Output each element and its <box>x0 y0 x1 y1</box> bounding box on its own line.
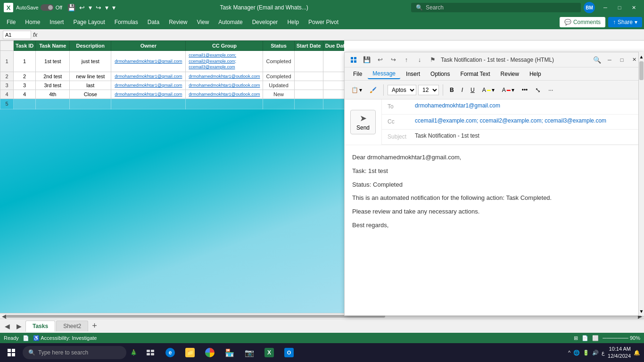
cell-taskname-4[interactable]: 4th <box>36 90 70 99</box>
customize-icon[interactable]: ▾ <box>111 3 117 12</box>
notifications-icon[interactable]: 🔔 <box>634 350 640 356</box>
send-button[interactable]: ➤ Send <box>350 110 376 134</box>
ol-menu-help[interactable]: Help <box>525 69 546 79</box>
cell-taskname-1[interactable]: 1st test <box>36 51 70 72</box>
outlook-redo-icon[interactable]: ↪ <box>388 55 398 65</box>
cell-desc-2[interactable]: new line test <box>70 72 111 81</box>
cell-taskname-3[interactable]: 3rd test <box>36 81 70 90</box>
highlight-button[interactable]: A ▬ ▾ <box>479 85 497 95</box>
system-clock[interactable]: 10:14 AM 12/4/2024 <box>608 346 631 360</box>
menu-developer[interactable]: Developer <box>248 17 283 27</box>
cell-cc-3[interactable]: drmohamedmokhtar1@outlook.com <box>186 81 263 90</box>
menu-view[interactable]: View <box>192 17 214 27</box>
accessibility-status[interactable]: ♿ Accessibility: Investigate <box>33 335 97 341</box>
taskbar-app-excel[interactable]: X <box>260 343 279 362</box>
ol-menu-insert[interactable]: Insert <box>401 69 425 79</box>
page-break-icon[interactable]: ⬜ <box>592 335 599 341</box>
cell-cc-2[interactable]: drmohamedmokhtar1@outlook.com <box>186 72 263 81</box>
ol-menu-file[interactable]: File <box>348 69 367 79</box>
to-value[interactable]: drmohamedmokhtar1@gmail.com <box>415 102 638 109</box>
name-box[interactable] <box>3 31 31 39</box>
outlook-save-icon[interactable]: 💾 <box>362 55 372 65</box>
outlook-undo-icon[interactable]: ↩ <box>375 55 385 65</box>
menu-insert[interactable]: Insert <box>45 17 68 27</box>
cell-owner-3[interactable]: drmohamedmokhtar1@gmail.com <box>111 81 186 90</box>
scroll-thumb[interactable] <box>6 315 385 318</box>
outlook-scrollbar[interactable]: ▲ ▼ <box>638 52 644 316</box>
outlook-search-icon[interactable]: 🔍 <box>593 56 601 64</box>
ol-menu-review[interactable]: Review <box>496 69 524 79</box>
page-icon[interactable]: 📄 <box>23 335 29 341</box>
clipboard-button[interactable]: 📋 ▾ <box>348 85 365 95</box>
cell-owner-2[interactable]: drmohamedmokhtar1@gmail.com <box>111 72 186 81</box>
window-controls[interactable]: ─ □ ✕ <box>599 2 640 13</box>
zoom-control[interactable]: ─────── 90% <box>603 335 640 341</box>
ol-menu-options[interactable]: Options <box>426 69 454 79</box>
minimize-button[interactable]: ─ <box>599 2 612 13</box>
ol-menu-format-text[interactable]: Format Text <box>455 69 495 79</box>
cell-owner-1[interactable]: drmohamedmokhtar1@gmail.com <box>111 51 186 72</box>
font-family-select[interactable]: Aptos <box>388 85 416 95</box>
tray-battery-icon[interactable]: 🔋 <box>583 350 589 356</box>
outlook-up-icon[interactable]: ↑ <box>401 55 412 65</box>
taskbar-app-outlook[interactable]: O <box>280 343 298 362</box>
cell-taskid-3[interactable]: 3 <box>14 81 36 90</box>
menu-help[interactable]: Help <box>282 17 304 27</box>
cell-status-4[interactable]: New <box>263 90 294 99</box>
menu-data[interactable]: Data <box>143 17 164 27</box>
taskbar-app-explorer[interactable]: 📁 <box>181 343 199 362</box>
taskbar-app-edge[interactable]: e <box>161 343 180 362</box>
undo-redo-area[interactable]: 💾 ↩ ▾ ↪ ▾ ▾ <box>66 3 117 12</box>
autosave-toggle[interactable] <box>41 4 54 11</box>
cell-start-3[interactable] <box>294 81 323 90</box>
cell-desc-3[interactable]: last <box>70 81 111 90</box>
outlook-minimize-button[interactable]: ─ <box>604 55 615 65</box>
tray-network-icon[interactable]: 🌐 <box>573 350 580 356</box>
tray-arrow-icon[interactable]: ^ <box>568 350 570 355</box>
add-sheet-button[interactable]: + <box>89 321 100 331</box>
cell-owner-4[interactable]: drmohamedmokhtar1@gmail.com <box>111 90 186 99</box>
cell-due-4[interactable] <box>323 90 344 99</box>
font-color-button[interactable]: A ▬ ▾ <box>499 85 517 95</box>
formula-input[interactable] <box>39 31 641 39</box>
page-layout-icon[interactable]: 📄 <box>582 335 588 341</box>
taskbar-search[interactable]: 🔍 Type here to search <box>23 346 126 359</box>
cell-due-1[interactable] <box>323 51 344 72</box>
cell-status-2[interactable]: Completed <box>263 72 294 81</box>
scroll-left-icon[interactable]: ◀ <box>2 313 6 320</box>
cell-taskid-2[interactable]: 2 <box>14 72 36 81</box>
user-avatar[interactable]: BM <box>584 2 595 13</box>
cell-start-4[interactable] <box>294 90 323 99</box>
toolbar-more-button[interactable]: ··· <box>545 85 556 95</box>
redo-dropdown-icon[interactable]: ▾ <box>104 3 110 12</box>
undo-icon[interactable]: ↩ <box>78 3 86 12</box>
sheet-tab-tasks[interactable]: Tasks <box>25 321 55 332</box>
close-button[interactable]: ✕ <box>627 2 640 13</box>
outlook-flag-icon[interactable]: ⚑ <box>428 55 438 65</box>
menu-file[interactable]: File <box>2 17 20 27</box>
cell-due-3[interactable] <box>323 81 344 90</box>
menu-power-pivot[interactable]: Power Pivot <box>304 17 343 27</box>
expand-icon[interactable]: ⤡ <box>532 85 544 95</box>
menu-review[interactable]: Review <box>164 17 192 27</box>
menu-page-layout[interactable]: Page Layout <box>68 17 109 27</box>
redo-icon[interactable]: ↪ <box>94 3 103 12</box>
format-painter-button[interactable]: 🖌️ <box>367 85 380 95</box>
sheet-tab-sheet2[interactable]: Sheet2 <box>56 321 88 331</box>
bold-button[interactable]: B <box>447 85 457 95</box>
taskbar-app-maps[interactable]: 📷 <box>240 343 259 362</box>
cell-status-1[interactable]: Completed <box>263 51 294 72</box>
comments-button[interactable]: 💬 Comments <box>560 17 605 27</box>
email-body[interactable]: Dear drmohamedmokhtar1@gmail.com, Task: … <box>345 145 644 315</box>
save-icon[interactable]: 💾 <box>66 3 77 12</box>
cell-start-2[interactable] <box>294 72 323 81</box>
menu-formulas[interactable]: Formulas <box>110 17 143 27</box>
cell-cc-1[interactable]: ccemail1@example.com; ccemail2@example.c… <box>186 51 263 72</box>
autosave-area[interactable]: AutoSave Off <box>16 4 62 11</box>
scroll-down-button[interactable]: ▼ <box>639 306 644 316</box>
cell-desc-4[interactable]: Close <box>70 90 111 99</box>
italic-button[interactable]: I <box>459 85 466 95</box>
tray-lang-icon[interactable]: ع <box>602 350 605 356</box>
outlook-down-icon[interactable]: ↓ <box>414 55 425 65</box>
cell-start-1[interactable] <box>294 51 323 72</box>
